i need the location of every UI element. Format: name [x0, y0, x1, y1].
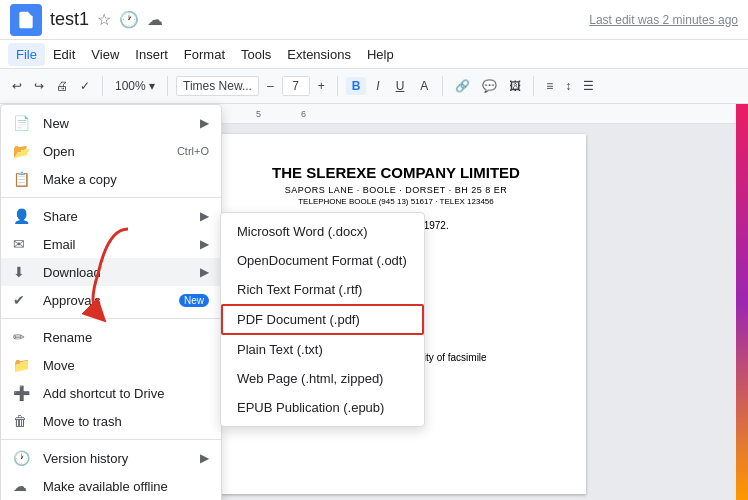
email-arrow: ▶: [200, 237, 209, 251]
toolbar-sep-3: [337, 76, 338, 96]
cloud-icon[interactable]: ☁: [147, 10, 163, 29]
spellcheck-btn[interactable]: ✓: [76, 77, 94, 95]
undo-btn[interactable]: ↩: [8, 77, 26, 95]
new-badge: New: [179, 294, 209, 307]
shortcut-icon: ➕: [13, 385, 33, 401]
rename-icon: ✏: [13, 329, 33, 345]
dropdown-sep-1: [1, 197, 221, 198]
app-icon: [10, 4, 42, 36]
image-btn[interactable]: 🖼: [505, 77, 525, 95]
toolbar: ↩ ↪ 🖨 ✓ 100% ▾ Times New... – 7 + B I U …: [0, 68, 748, 104]
sub-txt[interactable]: Plain Text (.txt): [221, 335, 424, 364]
open-label: Open: [43, 144, 177, 159]
sub-odt[interactable]: OpenDocument Format (.odt): [221, 246, 424, 275]
italic-btn[interactable]: I: [370, 77, 385, 95]
email-label: Email: [43, 237, 200, 252]
right-deco: [736, 104, 748, 500]
comment-btn[interactable]: 💬: [478, 77, 501, 95]
open-icon: 📂: [13, 143, 33, 159]
share-arrow: ▶: [200, 209, 209, 223]
menu-shortcut[interactable]: ➕ Add shortcut to Drive: [1, 379, 221, 407]
email-icon: ✉: [13, 236, 33, 252]
download-label: Download: [43, 265, 200, 280]
redo-btn[interactable]: ↪: [30, 77, 48, 95]
menu-email[interactable]: ✉ Email ▶: [1, 230, 221, 258]
menu-file[interactable]: File: [8, 43, 45, 66]
dropdown-sep-2: [1, 318, 221, 319]
font-size-plus[interactable]: +: [314, 77, 329, 95]
new-icon: 📄: [13, 115, 33, 131]
last-edit[interactable]: Last edit was 2 minutes ago: [589, 13, 738, 27]
trash-icon: 🗑: [13, 413, 33, 429]
sub-epub[interactable]: EPUB Publication (.epub): [221, 393, 424, 422]
align-btn[interactable]: ≡: [542, 77, 557, 95]
menu-trash[interactable]: 🗑 Move to trash: [1, 407, 221, 435]
top-bar: test1 ☆ 🕐 ☁ Last edit was 2 minutes ago: [0, 0, 748, 40]
main-area: ← SUM OUTL Head appe 123456 THE SLEREXE …: [0, 104, 748, 500]
offline-icon: ☁: [13, 478, 33, 494]
version-arrow: ▶: [200, 451, 209, 465]
copy-label: Make a copy: [43, 172, 209, 187]
menu-open[interactable]: 📂 Open Ctrl+O: [1, 137, 221, 165]
menu-tools[interactable]: Tools: [233, 43, 279, 66]
menu-extensions[interactable]: Extensions: [279, 43, 359, 66]
download-arrow: ▶: [200, 265, 209, 279]
doc-title: test1: [50, 9, 89, 30]
menu-move[interactable]: 📁 Move: [1, 351, 221, 379]
offline-label: Make available offline: [43, 479, 209, 494]
font-size[interactable]: 7: [282, 76, 310, 96]
bold-btn[interactable]: B: [346, 77, 367, 95]
menu-insert[interactable]: Insert: [127, 43, 176, 66]
toolbar-sep-2: [167, 76, 168, 96]
version-label: Version history: [43, 451, 200, 466]
move-icon: 📁: [13, 357, 33, 373]
font-size-minus[interactable]: –: [263, 77, 278, 95]
share-label: Share: [43, 209, 200, 224]
copy-icon: 📋: [13, 171, 33, 187]
menu-download[interactable]: ⬇ Download ▶: [1, 258, 221, 286]
move-label: Move: [43, 358, 209, 373]
menu-edit[interactable]: Edit: [45, 43, 83, 66]
text-color-btn[interactable]: A: [414, 77, 434, 95]
font-selector[interactable]: Times New...: [176, 76, 259, 96]
history-icon[interactable]: 🕐: [119, 10, 139, 29]
trash-label: Move to trash: [43, 414, 209, 429]
menu-new[interactable]: 📄 New ▶: [1, 109, 221, 137]
list-btn[interactable]: ☰: [579, 77, 598, 95]
menu-offline[interactable]: ☁ Make available offline: [1, 472, 221, 500]
new-arrow: ▶: [200, 116, 209, 130]
sub-pdf[interactable]: PDF Document (.pdf): [221, 304, 424, 335]
company-name: THE SLEREXE COMPANY LIMITED: [256, 164, 536, 181]
toolbar-sep-1: [102, 76, 103, 96]
sub-rtf[interactable]: Rich Text Format (.rtf): [221, 275, 424, 304]
menu-help[interactable]: Help: [359, 43, 402, 66]
shortcut-label: Add shortcut to Drive: [43, 386, 209, 401]
menu-share[interactable]: 👤 Share ▶: [1, 202, 221, 230]
zoom-btn[interactable]: 100% ▾: [111, 77, 159, 95]
rename-label: Rename: [43, 330, 209, 345]
link-btn[interactable]: 🔗: [451, 77, 474, 95]
sub-html[interactable]: Web Page (.html, zipped): [221, 364, 424, 393]
open-shortcut: Ctrl+O: [177, 145, 209, 157]
toolbar-sep-5: [533, 76, 534, 96]
menu-view[interactable]: View: [83, 43, 127, 66]
menu-rename[interactable]: ✏ Rename: [1, 323, 221, 351]
print-btn[interactable]: 🖨: [52, 77, 72, 95]
sub-docx[interactable]: Microsoft Word (.docx): [221, 217, 424, 246]
share-icon: 👤: [13, 208, 33, 224]
dropdown-sep-3: [1, 439, 221, 440]
company-tel: TELEPHONE BOOLE (945 13) 51617 · TELEX 1…: [256, 197, 536, 206]
toolbar-sep-4: [442, 76, 443, 96]
menu-version[interactable]: 🕐 Version history ▶: [1, 444, 221, 472]
underline-btn[interactable]: U: [390, 77, 411, 95]
version-icon: 🕐: [13, 450, 33, 466]
menu-bar: File Edit View Insert Format Tools Exten…: [0, 40, 748, 68]
download-submenu: Microsoft Word (.docx) OpenDocument Form…: [220, 212, 425, 427]
menu-format[interactable]: Format: [176, 43, 233, 66]
approvals-label: Approvals: [43, 293, 179, 308]
linespace-btn[interactable]: ↕: [561, 77, 575, 95]
menu-copy[interactable]: 📋 Make a copy: [1, 165, 221, 193]
star-icon[interactable]: ☆: [97, 10, 111, 29]
menu-approvals[interactable]: ✔ Approvals New: [1, 286, 221, 314]
new-label: New: [43, 116, 200, 131]
